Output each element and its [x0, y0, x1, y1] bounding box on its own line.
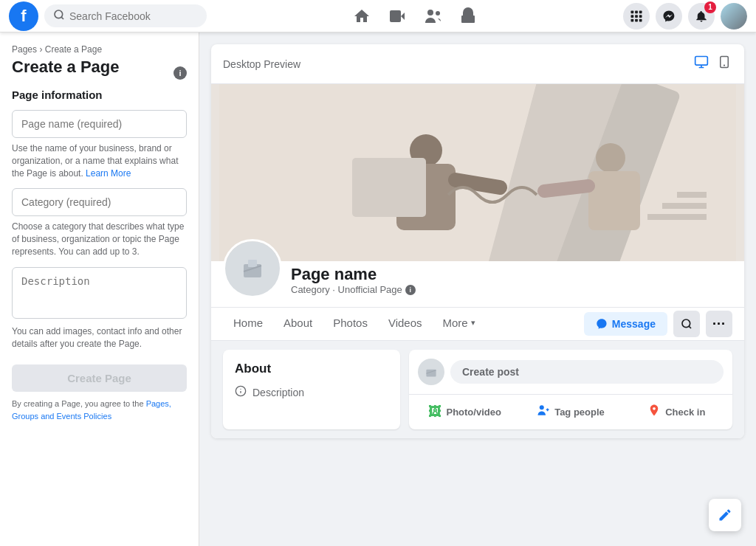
svg-marker-3: [401, 13, 405, 20]
description-input[interactable]: [12, 267, 187, 319]
svg-point-4: [427, 10, 433, 15]
breadcrumb: Pages › Create a Page: [12, 44, 187, 55]
preview-header: Desktop Preview: [211, 44, 744, 84]
svg-line-39: [689, 326, 691, 328]
page-name-input[interactable]: [12, 110, 187, 138]
breadcrumb-pages-link[interactable]: Pages: [12, 44, 37, 55]
about-card-title: About: [235, 362, 388, 376]
about-description: Description: [235, 385, 388, 400]
photo-icon: 🖼: [428, 404, 441, 420]
svg-rect-14: [635, 18, 638, 21]
svg-line-31: [544, 186, 588, 191]
description-hint: You can add images, contact info and oth…: [12, 325, 187, 350]
svg-rect-12: [639, 15, 642, 18]
category-hint: Choose a category that describes what ty…: [12, 221, 187, 258]
more-dots-icon: ···: [712, 317, 726, 332]
profile-page-name: Page name: [291, 265, 416, 284]
svg-point-42: [240, 389, 241, 390]
content-area: About Description: [211, 341, 744, 438]
notifications-button[interactable]: 1: [688, 3, 715, 30]
message-button-label: Message: [612, 318, 656, 330]
search-input[interactable]: [69, 10, 198, 22]
apps-button[interactable]: [623, 3, 650, 30]
terms-text: By creating a Page, you agree to the Pag…: [12, 398, 187, 422]
preview-body: Page name Category · Unofficial Page i H…: [211, 84, 744, 438]
post-area: Create post 🖼 Photo/video: [409, 350, 732, 429]
photo-video-button[interactable]: 🖼 Photo/video: [412, 398, 518, 426]
search-bar[interactable]: [44, 4, 207, 27]
svg-rect-6: [461, 15, 475, 23]
page-nav-items: Home About Photos Videos More ▾: [223, 308, 486, 340]
page-info-section-title: Page information: [12, 89, 187, 101]
svg-line-1: [61, 17, 63, 19]
search-button[interactable]: [673, 311, 700, 337]
breadcrumb-current: Create a Page: [45, 44, 102, 55]
desktop-view-icon[interactable]: [693, 53, 710, 75]
description-label: Description: [252, 387, 304, 398]
cover-photo: [211, 84, 744, 261]
svg-point-45: [540, 405, 544, 410]
profile-section: Page name Category · Unofficial Page i: [211, 261, 744, 308]
svg-rect-11: [635, 15, 638, 18]
photo-video-label: Photo/video: [446, 407, 501, 418]
page-title: Create a Page: [12, 58, 120, 77]
mobile-view-icon[interactable]: [716, 53, 732, 75]
facebook-logo[interactable]: f: [9, 1, 38, 31]
search-icon: [53, 9, 65, 23]
left-sidebar: Pages › Create a Page Create a Page i Pa…: [0, 32, 199, 546]
home-nav-button[interactable]: [346, 0, 378, 32]
page-nav-home[interactable]: Home: [223, 308, 273, 340]
category-input[interactable]: [12, 188, 187, 216]
page-info-icon[interactable]: i: [173, 66, 187, 80]
page-nav-videos[interactable]: Videos: [378, 308, 433, 340]
page-nav-more[interactable]: More ▾: [433, 308, 486, 340]
page-navigation: Home About Photos Videos More ▾ Message: [211, 308, 744, 341]
svg-rect-10: [631, 15, 634, 18]
page-name-hint: Use the name of your business, brand or …: [12, 142, 187, 179]
top-navigation: f 1: [0, 0, 756, 32]
notification-count: 1: [704, 1, 716, 13]
message-button[interactable]: Message: [584, 312, 667, 336]
profile-meta: Category · Unofficial Page i: [291, 284, 416, 295]
svg-rect-30: [588, 171, 640, 230]
create-page-button[interactable]: Create Page: [12, 364, 187, 392]
create-post-top: Create post: [409, 350, 732, 395]
messenger-button[interactable]: [656, 3, 682, 30]
meta-info-icon: i: [405, 285, 416, 295]
svg-rect-7: [631, 10, 634, 13]
video-nav-button[interactable]: [381, 0, 413, 32]
marketplace-nav-button[interactable]: [452, 0, 484, 32]
page-nav-actions: Message ···: [584, 311, 732, 337]
svg-rect-8: [635, 10, 638, 13]
preview-title: Desktop Preview: [223, 58, 300, 70]
more-options-button[interactable]: ···: [706, 311, 732, 337]
tag-people-button[interactable]: Tag people: [518, 398, 623, 426]
profile-avatar[interactable]: [721, 3, 747, 30]
breadcrumb-separator: ›: [39, 44, 42, 55]
svg-rect-2: [390, 10, 401, 22]
svg-rect-15: [639, 18, 642, 21]
right-content: Desktop Preview: [199, 32, 756, 546]
checkin-icon: [647, 404, 661, 421]
nav-right: 1: [623, 3, 747, 30]
svg-point-29: [596, 143, 625, 173]
profile-picture: [223, 239, 282, 298]
edit-float-button[interactable]: [709, 499, 741, 531]
svg-rect-9: [639, 10, 642, 13]
create-post-card: Create post 🖼 Photo/video: [409, 350, 732, 429]
create-post-button[interactable]: Create post: [450, 360, 724, 384]
nav-left: f: [9, 1, 207, 31]
svg-point-5: [436, 11, 440, 15]
svg-rect-16: [695, 57, 708, 66]
page-mini-avatar: [418, 359, 444, 385]
learn-more-link[interactable]: Learn More: [86, 168, 131, 179]
page-nav-about[interactable]: About: [273, 308, 323, 340]
description-icon: [235, 385, 247, 400]
page-nav-photos[interactable]: Photos: [323, 308, 378, 340]
create-post-actions: 🖼 Photo/video Tag people: [409, 395, 732, 429]
view-icons: [693, 53, 732, 75]
check-in-button[interactable]: Check in: [624, 398, 729, 426]
about-card: About Description: [223, 350, 400, 429]
friends-nav-button[interactable]: [416, 0, 449, 32]
svg-rect-36: [248, 260, 257, 267]
